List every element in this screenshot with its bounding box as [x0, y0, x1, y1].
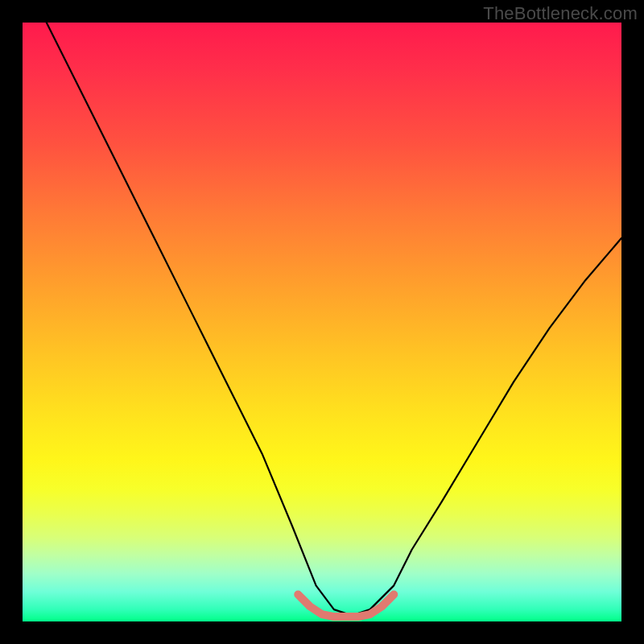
chart-frame: TheBottleneck.com — [0, 0, 644, 644]
sweet-spot-band — [298, 595, 394, 617]
bottleneck-curve — [47, 23, 621, 616]
plot-area — [23, 23, 621, 621]
curve-svg — [23, 23, 621, 621]
watermark-text: TheBottleneck.com — [483, 3, 638, 24]
